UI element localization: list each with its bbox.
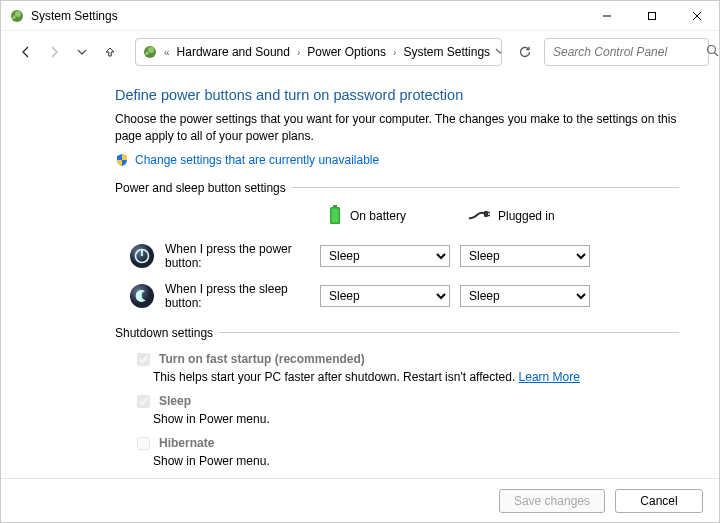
footer: Save changes Cancel	[1, 478, 719, 522]
titlebar: System Settings	[1, 1, 719, 31]
sleep-button-plugged-select[interactable]: Sleep	[460, 285, 590, 307]
fast-startup-item: Turn on fast startup (recommended) This …	[115, 346, 679, 388]
hibernate-checkbox	[137, 437, 150, 450]
window: System Settings « Hardwar	[0, 0, 720, 523]
chevron-right-icon: ›	[295, 47, 302, 58]
change-settings-row: Change settings that are currently unava…	[115, 153, 679, 167]
svg-rect-12	[332, 208, 339, 222]
sleep-checkbox	[137, 395, 150, 408]
page-description: Choose the power settings that you want …	[115, 111, 679, 145]
breadcrumb[interactable]: « Hardware and Sound › Power Options › S…	[135, 38, 502, 66]
forward-button[interactable]	[43, 41, 65, 63]
power-button-plugged-select[interactable]: Sleep	[460, 245, 590, 267]
hibernate-item: Hibernate Show in Power menu.	[115, 430, 679, 472]
power-button-row: When I press the power button: Sleep Sle…	[115, 236, 679, 276]
page-title: Define power buttons and turn on passwor…	[115, 87, 679, 103]
fast-startup-sub: This helps start your PC faster after sh…	[153, 370, 519, 384]
power-button-battery-select[interactable]: Sleep	[320, 245, 450, 267]
power-sleep-legend: Power and sleep button settings	[115, 181, 292, 195]
power-sleep-group: Power and sleep button settings On batte…	[115, 181, 679, 316]
hibernate-title: Hibernate	[159, 436, 214, 450]
breadcrumb-prefix: «	[162, 47, 172, 58]
fast-startup-checkbox	[137, 353, 150, 366]
breadcrumb-icon	[142, 44, 158, 60]
breadcrumb-seg-hardware[interactable]: Hardware and Sound	[174, 44, 293, 60]
battery-icon	[328, 205, 342, 228]
toolbar: « Hardware and Sound › Power Options › S…	[1, 31, 719, 73]
search-icon[interactable]	[706, 44, 719, 60]
content-area: Define power buttons and turn on passwor…	[1, 73, 719, 478]
power-button-label: When I press the power button:	[165, 242, 320, 270]
svg-point-19	[130, 284, 154, 308]
sleep-button-row: When I press the sleep button: Sleep Sle…	[115, 276, 679, 316]
chevron-right-icon: ›	[391, 47, 398, 58]
cancel-button[interactable]: Cancel	[615, 489, 703, 513]
on-battery-label: On battery	[350, 209, 406, 223]
sleep-button-battery-select[interactable]: Sleep	[320, 285, 450, 307]
svg-rect-10	[333, 205, 337, 207]
back-button[interactable]	[15, 41, 37, 63]
hibernate-sub: Show in Power menu.	[133, 454, 679, 468]
svg-point-7	[148, 47, 154, 53]
svg-rect-13	[484, 211, 488, 217]
shutdown-group: Shutdown settings Turn on fast startup (…	[115, 326, 679, 478]
power-icon	[129, 243, 155, 269]
breadcrumb-dropdown[interactable]	[495, 45, 502, 59]
sleep-title: Sleep	[159, 394, 191, 408]
sleep-item: Sleep Show in Power menu.	[115, 388, 679, 430]
sleep-icon	[129, 283, 155, 309]
svg-line-9	[715, 53, 719, 57]
shield-icon	[115, 153, 129, 167]
save-changes-button: Save changes	[499, 489, 605, 513]
sleep-sub: Show in Power menu.	[133, 412, 679, 426]
minimize-button[interactable]	[584, 1, 629, 30]
breadcrumb-seg-system-settings[interactable]: System Settings	[400, 44, 493, 60]
breadcrumb-seg-power-options[interactable]: Power Options	[304, 44, 389, 60]
svg-point-1	[15, 11, 21, 17]
maximize-button[interactable]	[629, 1, 674, 30]
window-title: System Settings	[31, 9, 118, 23]
refresh-button[interactable]	[512, 39, 538, 65]
change-settings-link[interactable]: Change settings that are currently unava…	[135, 153, 379, 167]
recent-locations-button[interactable]	[71, 41, 93, 63]
svg-rect-3	[648, 12, 655, 19]
shutdown-legend: Shutdown settings	[115, 326, 219, 340]
fast-startup-title: Turn on fast startup (recommended)	[159, 352, 365, 366]
plug-icon	[468, 209, 490, 224]
column-headers: On battery Plugged in	[115, 201, 679, 236]
sleep-button-label: When I press the sleep button:	[165, 282, 320, 310]
app-icon	[9, 8, 25, 24]
close-button[interactable]	[674, 1, 719, 30]
search-box[interactable]	[544, 38, 709, 66]
plugged-in-label: Plugged in	[498, 209, 555, 223]
search-input[interactable]	[551, 44, 706, 60]
learn-more-link[interactable]: Learn More	[519, 370, 580, 384]
up-button[interactable]	[99, 41, 121, 63]
svg-point-8	[708, 46, 716, 54]
